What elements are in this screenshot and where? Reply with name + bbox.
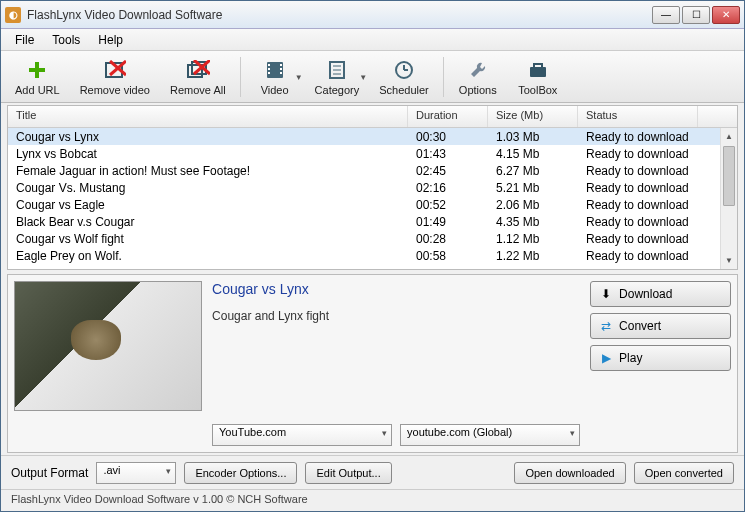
cell-status: Ready to download xyxy=(578,215,698,229)
toolbox-icon xyxy=(526,58,550,82)
toolbar-separator xyxy=(443,57,444,97)
cell-title: Cougar vs Lynx xyxy=(8,130,408,144)
convert-button[interactable]: ⇄Convert xyxy=(590,313,731,339)
column-duration[interactable]: Duration xyxy=(408,106,488,127)
svg-rect-10 xyxy=(268,64,270,66)
category-dropdown[interactable]: Category ▼ xyxy=(305,53,370,101)
list-body: Cougar vs Lynx00:301.03 MbReady to downl… xyxy=(8,128,737,269)
svg-rect-1 xyxy=(29,68,45,72)
cell-title: Black Bear v.s Cougar xyxy=(8,215,408,229)
menu-tools[interactable]: Tools xyxy=(44,31,88,49)
table-row[interactable]: Cougar vs Lynx00:301.03 MbReady to downl… xyxy=(8,128,737,145)
cell-status: Ready to download xyxy=(578,147,698,161)
video-list: Title Duration Size (Mb) Status Cougar v… xyxy=(7,105,738,270)
detail-title: Cougar vs Lynx xyxy=(212,281,580,297)
film-icon xyxy=(263,58,287,82)
cell-title: Female Jaguar in action! Must see Footag… xyxy=(8,164,408,178)
list-icon xyxy=(325,58,349,82)
video-dropdown[interactable]: Video ▼ xyxy=(245,53,305,101)
cell-title: Cougar vs Wolf fight xyxy=(8,232,408,246)
table-row[interactable]: Female Jaguar in action! Must see Footag… xyxy=(8,162,737,179)
app-window: ◐ FlashLynx Video Download Software — ☐ … xyxy=(0,0,745,512)
column-size[interactable]: Size (Mb) xyxy=(488,106,578,127)
status-bar: FlashLynx Video Download Software v 1.00… xyxy=(1,489,744,511)
edit-output-button[interactable]: Edit Output... xyxy=(305,462,391,484)
play-button[interactable]: ▶Play xyxy=(590,345,731,371)
bottom-bar: Output Format .avi Encoder Options... Ed… xyxy=(1,455,744,489)
encoder-options-button[interactable]: Encoder Options... xyxy=(184,462,297,484)
svg-rect-12 xyxy=(268,72,270,74)
toolbar: Add URL Remove video Remove All Video ▼ … xyxy=(1,51,744,103)
cell-title: Cougar Vs. Mustang xyxy=(8,181,408,195)
cell-status: Ready to download xyxy=(578,164,698,178)
table-row[interactable]: Cougar Vs. Mustang02:165.21 MbReady to d… xyxy=(8,179,737,196)
svg-rect-24 xyxy=(534,64,542,68)
maximize-button[interactable]: ☐ xyxy=(682,6,710,24)
svg-rect-13 xyxy=(280,64,282,66)
open-converted-button[interactable]: Open converted xyxy=(634,462,734,484)
cell-duration: 02:45 xyxy=(408,164,488,178)
cell-status: Ready to download xyxy=(578,198,698,212)
cell-duration: 00:58 xyxy=(408,249,488,263)
clock-icon xyxy=(392,58,416,82)
source-site-select[interactable]: YouTube.com xyxy=(212,424,392,446)
options-button[interactable]: Options xyxy=(448,53,508,101)
chevron-down-icon: ▼ xyxy=(295,72,303,81)
svg-rect-15 xyxy=(280,72,282,74)
download-button[interactable]: ⬇Download xyxy=(590,281,731,307)
toolbar-separator xyxy=(240,57,241,97)
table-row[interactable]: Eagle Prey on Wolf.00:581.22 MbReady to … xyxy=(8,247,737,264)
svg-rect-14 xyxy=(280,68,282,70)
remove-video-button[interactable]: Remove video xyxy=(70,53,160,101)
column-title[interactable]: Title xyxy=(8,106,408,127)
scroll-thumb[interactable] xyxy=(723,146,735,206)
cell-size: 1.22 Mb xyxy=(488,249,578,263)
table-row[interactable]: Cougar vs Wolf fight00:281.12 MbReady to… xyxy=(8,230,737,247)
output-format-select[interactable]: .avi xyxy=(96,462,176,484)
cell-status: Ready to download xyxy=(578,181,698,195)
list-header: Title Duration Size (Mb) Status xyxy=(8,106,737,128)
toolbox-button[interactable]: ToolBox xyxy=(508,53,568,101)
close-button[interactable]: ✕ xyxy=(712,6,740,24)
plus-icon xyxy=(25,58,49,82)
add-url-button[interactable]: Add URL xyxy=(5,53,70,101)
menubar: File Tools Help xyxy=(1,29,744,51)
menu-file[interactable]: File xyxy=(7,31,42,49)
minimize-button[interactable]: — xyxy=(652,6,680,24)
cell-size: 1.03 Mb xyxy=(488,130,578,144)
table-row[interactable]: Lynx vs Bobcat01:434.15 MbReady to downl… xyxy=(8,145,737,162)
scheduler-button[interactable]: Scheduler xyxy=(369,53,439,101)
output-format-label: Output Format xyxy=(11,466,88,480)
cell-size: 1.12 Mb xyxy=(488,232,578,246)
cell-size: 2.06 Mb xyxy=(488,198,578,212)
cell-duration: 00:28 xyxy=(408,232,488,246)
source-region-select[interactable]: youtube.com (Global) xyxy=(400,424,580,446)
video-thumbnail xyxy=(14,281,202,411)
app-icon: ◐ xyxy=(5,7,21,23)
cell-duration: 02:16 xyxy=(408,181,488,195)
detail-description: Cougar and Lynx fight xyxy=(212,309,580,424)
cell-duration: 00:52 xyxy=(408,198,488,212)
detail-info: Cougar vs Lynx Cougar and Lynx fight You… xyxy=(212,281,580,446)
cell-size: 5.21 Mb xyxy=(488,181,578,195)
cell-duration: 01:43 xyxy=(408,147,488,161)
scroll-up-icon[interactable]: ▲ xyxy=(721,128,737,145)
column-status[interactable]: Status xyxy=(578,106,698,127)
window-title: FlashLynx Video Download Software xyxy=(27,8,652,22)
remove-all-button[interactable]: Remove All xyxy=(160,53,236,101)
cell-size: 4.35 Mb xyxy=(488,215,578,229)
cell-size: 4.15 Mb xyxy=(488,147,578,161)
cell-status: Ready to download xyxy=(578,249,698,263)
table-row[interactable]: Black Bear v.s Cougar01:494.35 MbReady t… xyxy=(8,213,737,230)
table-row[interactable]: Cougar vs Eagle00:522.06 MbReady to down… xyxy=(8,196,737,213)
vertical-scrollbar[interactable]: ▲ ▼ xyxy=(720,128,737,269)
cell-status: Ready to download xyxy=(578,232,698,246)
cell-size: 6.27 Mb xyxy=(488,164,578,178)
cell-title: Lynx vs Bobcat xyxy=(8,147,408,161)
cell-title: Eagle Prey on Wolf. xyxy=(8,249,408,263)
open-downloaded-button[interactable]: Open downloaded xyxy=(514,462,625,484)
cell-title: Cougar vs Eagle xyxy=(8,198,408,212)
menu-help[interactable]: Help xyxy=(90,31,131,49)
scroll-down-icon[interactable]: ▼ xyxy=(721,252,737,269)
play-icon: ▶ xyxy=(599,351,613,365)
